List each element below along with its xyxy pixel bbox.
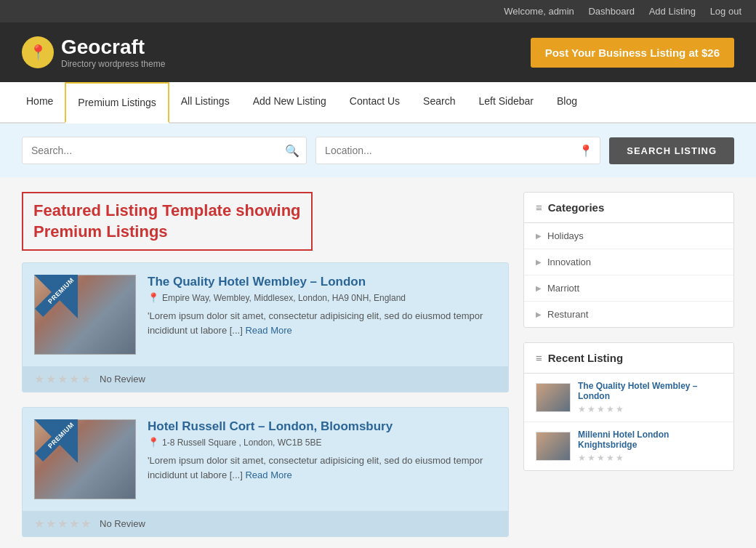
arrow-icon: ▶ [536,310,542,318]
sidebar-item-innovation[interactable]: ▶ Innovation [524,249,733,275]
top-bar: Welcome, admin Dashboard Add Listing Log… [0,0,756,23]
nav-home[interactable]: Home [15,82,65,122]
recent-thumb-2 [536,432,571,461]
location-input[interactable] [315,137,600,164]
address-icon: 📍 [148,437,159,448]
recent-title-2: Millenni Hotel London Knightsbridge [578,430,722,450]
listing-card: PREMIUM The Quality Hotel Wembley – Lond… [22,262,509,392]
listing-address: 📍 1-8 Russell Square , London, WC1B 5BE [148,437,496,448]
recent-thumb-1 [536,383,571,412]
star-3: ★ [57,517,68,531]
nav-contact-us[interactable]: Contact Us [338,82,411,122]
listing-footer: ★ ★ ★ ★ ★ No Review [23,511,508,536]
categories-section: ≡ Categories ▶ Holidays ▶ Innovation ▶ M… [523,192,734,328]
star-2: ★ [46,517,56,531]
listing-image [34,419,136,499]
search-icon: 🔍 [285,144,299,158]
location-input-wrap: 📍 [315,137,600,164]
star-1: ★ [34,517,44,531]
post-business-button[interactable]: Post Your Business Listing at $26 [531,38,734,68]
location-icon: 📍 [579,144,593,158]
listing-description: 'Lorem ipsum dolor sit amet, consectetur… [148,309,496,337]
recent-listing-section: ≡ Recent Listing The Quality Hotel Wembl… [523,342,734,471]
recent-info-2: Millenni Hotel London Knightsbridge ★ ★ … [578,430,722,463]
recent-title-1: The Quality Hotel Wembley – London [578,381,722,401]
star-4: ★ [69,517,79,531]
star-rating: ★ ★ ★ ★ ★ [34,517,91,531]
search-input-wrap: 🔍 [22,137,307,164]
nav-search[interactable]: Search [411,82,467,122]
main-content: Featured Listing Template showing Premiu… [0,177,756,548]
star-5: ★ [81,517,91,531]
nav-premium-listings[interactable]: Premium Listings [65,82,169,124]
sidebar-item-marriott[interactable]: ▶ Marriott [524,275,733,302]
recent-stars-2: ★ ★ ★ ★ ★ [578,453,722,463]
search-bar: 🔍 📍 SEARCH LISTING [0,124,756,177]
logo: 📍 Geocraft Directory wordpress theme [22,36,165,69]
recent-stars-1: ★ ★ ★ ★ ★ [578,404,722,414]
add-listing-link[interactable]: Add Listing [649,6,696,17]
no-review-label: No Review [100,374,145,384]
logo-icon: 📍 [22,36,54,68]
tagline: Directory wordpress theme [61,59,165,69]
listing-title[interactable]: The Quality Hotel Wembley – London [148,275,496,289]
welcome-text: Welcome, admin [504,6,574,17]
nav-add-new-listing[interactable]: Add New Listing [241,82,338,122]
star-4: ★ [69,372,79,386]
categories-title: ≡ Categories [524,193,733,223]
listing-footer: ★ ★ ★ ★ ★ No Review [23,366,508,392]
listing-info: The Quality Hotel Wembley – London 📍 Emp… [148,275,496,355]
arrow-icon: ▶ [536,258,542,266]
star-5: ★ [81,372,91,386]
address-icon: 📍 [148,292,159,303]
sidebar-item-resturant[interactable]: ▶ Resturant [524,302,733,327]
brand-name: Geocraft [61,36,165,59]
categories-icon: ≡ [536,201,542,214]
listing-card: PREMIUM Hotel Russell Cort – London, Blo… [22,407,509,537]
sidebar-item-holidays[interactable]: ▶ Holidays [524,223,733,249]
listing-top: PREMIUM The Quality Hotel Wembley – Lond… [23,263,508,366]
logo-text: Geocraft Directory wordpress theme [61,36,165,69]
sidebar: ≡ Categories ▶ Holidays ▶ Innovation ▶ M… [523,192,734,548]
main-nav: Home Premium Listings All Listings Add N… [0,82,756,124]
listing-address: 📍 Empire Way, Wembley, Middlesex, London… [148,292,496,303]
recent-icon: ≡ [536,352,542,364]
read-more-link[interactable]: Read More [245,470,291,480]
star-1: ★ [34,372,44,386]
nav-left-sidebar[interactable]: Left Sidebar [467,82,545,122]
nav-all-listings[interactable]: All Listings [169,82,241,122]
listing-info: Hotel Russell Cort – London, Bloomsbury … [148,419,496,499]
listings-column: Featured Listing Template showing Premiu… [22,192,509,548]
listing-description: 'Lorem ipsum dolor sit amet, consectetur… [148,454,496,482]
arrow-icon: ▶ [536,284,542,292]
featured-title: Featured Listing Template showing Premiu… [22,192,313,251]
recent-item-2[interactable]: Millenni Hotel London Knightsbridge ★ ★ … [524,422,733,470]
listing-image-wrap: PREMIUM [34,275,136,355]
listing-title[interactable]: Hotel Russell Cort – London, Bloomsbury [148,419,496,434]
listing-image-wrap: PREMIUM [34,419,136,499]
search-input[interactable] [22,137,307,164]
search-listing-button[interactable]: SEARCH LISTING [609,137,734,164]
featured-heading: Featured Listing Template showing Premiu… [33,201,301,242]
star-2: ★ [46,372,56,386]
dashboard-link[interactable]: Dashboard [588,6,635,17]
recent-item-1[interactable]: The Quality Hotel Wembley – London ★ ★ ★… [524,374,733,422]
listing-image [34,275,136,355]
star-rating: ★ ★ ★ ★ ★ [34,372,91,386]
header: 📍 Geocraft Directory wordpress theme Pos… [0,23,756,82]
logout-link[interactable]: Log out [710,6,741,17]
recent-info-1: The Quality Hotel Wembley – London ★ ★ ★… [578,381,722,414]
no-review-label: No Review [100,518,145,529]
arrow-icon: ▶ [536,232,542,240]
recent-listing-title: ≡ Recent Listing [524,343,733,374]
nav-blog[interactable]: Blog [545,82,589,122]
listing-top: PREMIUM Hotel Russell Cort – London, Blo… [23,408,508,511]
star-3: ★ [57,372,68,386]
read-more-link[interactable]: Read More [245,325,291,336]
